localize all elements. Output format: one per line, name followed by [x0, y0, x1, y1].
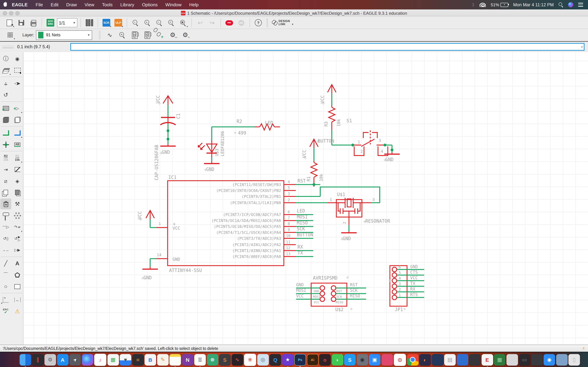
menu-edit[interactable]: Edit: [47, 2, 62, 7]
menu-eagle[interactable]: EAGLE: [10, 2, 32, 7]
rect-tool[interactable]: [12, 281, 23, 292]
print-button[interactable]: [28, 18, 38, 28]
spotlight-icon[interactable]: [559, 2, 563, 7]
simulate-button[interactable]: ∿: [104, 30, 115, 40]
menu-tools[interactable]: Tools: [98, 2, 117, 7]
dock-app-dark-red[interactable]: o: [319, 354, 331, 366]
menu-file[interactable]: File: [32, 2, 47, 7]
split-tool[interactable]: ⧄: [0, 175, 11, 186]
dock-photoshop[interactable]: Ps: [294, 354, 306, 366]
erc-tool[interactable]: ERC✔: [0, 306, 11, 317]
dock-siri[interactable]: [82, 354, 93, 366]
sheet-selector[interactable]: 1/1▼: [57, 18, 77, 27]
dock-chrome[interactable]: [407, 354, 418, 366]
menu-help[interactable]: Help: [185, 2, 202, 7]
delete-tool[interactable]: [0, 199, 11, 209]
battery-indicator[interactable]: 51% ⚡: [491, 2, 508, 7]
waveform-settings-button[interactable]: ⚙∿: [180, 30, 190, 40]
rotate-tool[interactable]: ↺: [0, 90, 11, 100]
zoom-fit-button[interactable]: ▪: [130, 18, 141, 28]
menu-library[interactable]: Library: [117, 2, 138, 7]
replace-tool[interactable]: [0, 114, 11, 125]
label-tool[interactable]: AB: [12, 139, 23, 150]
save-button[interactable]: [16, 18, 26, 28]
dock-system-preferences[interactable]: ⚙: [44, 354, 56, 366]
dock-app-white-red[interactable]: ◍: [394, 354, 406, 366]
component-ic1[interactable]: IC1 ATTINY44-SSU VCC 1 + VCC: [137, 175, 320, 280]
menu-window[interactable]: Window: [162, 2, 185, 7]
dock-bookends[interactable]: B: [145, 354, 156, 366]
dock-messages[interactable]: ◗: [332, 354, 343, 366]
show-tool[interactable]: ◉: [12, 53, 23, 64]
menu-draw[interactable]: Draw: [62, 2, 81, 7]
paste-tool[interactable]: [12, 187, 23, 198]
add-link-button[interactable]: ＋: [155, 30, 165, 40]
dock-imovie[interactable]: ★: [282, 354, 294, 366]
zoom-redraw-button[interactable]: ▣▼: [178, 18, 188, 28]
measure-tool[interactable]: ↔: [12, 294, 23, 305]
dock-numbers[interactable]: ▦: [107, 354, 119, 366]
group-select-tool[interactable]: [12, 65, 23, 75]
dock-textedit[interactable]: ≣: [194, 354, 206, 366]
smash-tool[interactable]: [12, 210, 23, 221]
menu-view[interactable]: View: [81, 2, 98, 7]
layer-selector[interactable]: 91 Nets ▼: [36, 30, 92, 40]
dock-app-white[interactable]: ▤: [444, 354, 456, 366]
dock-app-light[interactable]: [506, 354, 518, 366]
invoke-tool[interactable]: ▷▶: [12, 245, 23, 256]
module-rotate-tool[interactable]: ↺▯: [0, 233, 11, 244]
dock-illustrator[interactable]: Ai: [307, 354, 318, 366]
dock-preview[interactable]: ◎: [257, 354, 269, 366]
window-minimize-button[interactable]: [9, 11, 13, 15]
pinswap-part-tool[interactable]: [12, 114, 23, 125]
command-input[interactable]: [70, 43, 585, 51]
display-layers-tool[interactable]: ▼: [0, 65, 11, 75]
multimeter-ac-button[interactable]: ∿: [142, 30, 153, 40]
miter-tool[interactable]: [12, 164, 23, 175]
change-tool[interactable]: ⚒: [12, 199, 23, 209]
probe-button[interactable]: ∿: [117, 30, 128, 40]
dock-eagle[interactable]: E: [481, 354, 493, 366]
arc-tool[interactable]: ⌒: [0, 269, 11, 280]
redo-button[interactable]: ↪: [207, 18, 217, 28]
zoom-select-button[interactable]: =: [166, 18, 176, 28]
dock-keynote[interactable]: ▼: [120, 354, 131, 366]
schematic-canvas[interactable]: VCC C1 CAP-US1206FAB GND: [24, 52, 588, 345]
dock-app-blue-circle[interactable]: ◉: [544, 354, 555, 366]
dimension-tool[interactable]: [0, 294, 11, 305]
dock-skype[interactable]: S: [344, 354, 356, 366]
dock-firefox[interactable]: ◐: [419, 354, 431, 366]
dock-app-navy[interactable]: [432, 354, 443, 366]
dock-display-app[interactable]: ▭: [519, 354, 530, 366]
component-s1[interactable]: S1 BUTTON 1 2 3 4: [316, 118, 400, 162]
autorouter-lightning-icon[interactable]: ⚡: [582, 346, 585, 351]
grid-settings-button[interactable]: ▼: [5, 30, 15, 40]
window-zoom-button[interactable]: [15, 11, 20, 15]
zoom-in-button[interactable]: +: [142, 18, 153, 28]
bluetooth-icon[interactable]: ᛒ: [472, 2, 475, 7]
component-jp1[interactable]: 6 5 4 3 2 1 GND CTS VCC TX RX RTS JP1: [389, 264, 424, 312]
dock-itunes[interactable]: ♪: [94, 354, 106, 366]
dock-pages[interactable]: ✎: [157, 354, 169, 366]
mirror-tool[interactable]: ◁▶: [12, 78, 23, 89]
circle-tool[interactable]: ○: [0, 281, 11, 292]
line-tool[interactable]: ╱: [0, 258, 11, 269]
dock-notes[interactable]: [169, 354, 181, 366]
run-ulp-button[interactable]: ULP▼: [113, 18, 123, 28]
polygon-tool[interactable]: [12, 269, 23, 280]
junction-tool[interactable]: [0, 139, 11, 150]
help-button[interactable]: ?: [253, 18, 264, 28]
attribute-tool[interactable]: ◈: [12, 175, 23, 186]
component-c1[interactable]: VCC C1 CAP-US1206FAB GND: [154, 95, 181, 180]
dock-app-gray[interactable]: [531, 354, 543, 366]
dock-trash[interactable]: ▯: [568, 354, 580, 366]
library-button[interactable]: [84, 18, 95, 28]
undo-button[interactable]: ↩: [195, 18, 206, 28]
dock-app-dark[interactable]: [469, 354, 481, 366]
dock-folder[interactable]: [556, 354, 568, 366]
notification-center-icon[interactable]: [578, 3, 583, 7]
dock-pcb-app[interactable]: ▦: [494, 354, 505, 366]
dock-sublime-text[interactable]: S: [219, 354, 231, 366]
component-r3[interactable]: VCC R3 10k: [320, 84, 353, 145]
dock-app-pink[interactable]: [381, 354, 393, 366]
